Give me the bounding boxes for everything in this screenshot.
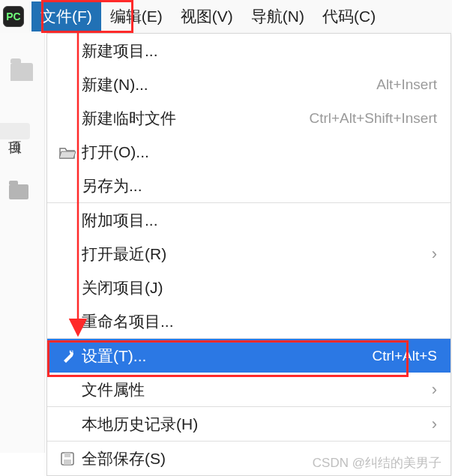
menu-save-as[interactable]: 另存为... bbox=[47, 169, 451, 202]
submenu-chevron-icon: › bbox=[424, 415, 437, 434]
shortcut-label: Ctrl+Alt+Shift+Insert bbox=[309, 110, 437, 127]
menu-open[interactable]: 打开(O)... bbox=[47, 135, 451, 169]
app-icon: PC bbox=[3, 6, 24, 27]
menubar-item-file[interactable]: 文件(F) bbox=[31, 1, 101, 31]
menu-rename-project[interactable]: 重命名项目... bbox=[47, 304, 451, 338]
menu-new-project[interactable]: 新建项目... bbox=[47, 34, 451, 67]
menu-attach-project[interactable]: 附加项目... bbox=[47, 203, 451, 237]
open-folder-icon bbox=[56, 145, 79, 159]
shortcut-label: Alt+Insert bbox=[376, 76, 437, 93]
left-gutter: 项目 bbox=[0, 33, 45, 453]
wrench-icon bbox=[56, 349, 79, 364]
menubar-item-code[interactable]: 代码(C) bbox=[313, 1, 385, 31]
menu-new[interactable]: 新建(N)... Alt+Insert bbox=[47, 67, 451, 101]
save-icon bbox=[56, 451, 79, 466]
menubar-item-navigate[interactable]: 导航(N) bbox=[242, 1, 313, 31]
menu-file-properties[interactable]: 文件属性 › bbox=[47, 373, 451, 406]
submenu-chevron-icon: › bbox=[424, 244, 437, 264]
menu-save-all[interactable]: 全部保存(S) bbox=[47, 442, 451, 475]
menubar-item-edit[interactable]: 编辑(E) bbox=[101, 1, 172, 31]
menubar-item-view[interactable]: 视图(V) bbox=[172, 1, 242, 31]
menu-settings[interactable]: 设置(T)... Ctrl+Alt+S bbox=[47, 339, 451, 373]
submenu-chevron-icon: › bbox=[424, 380, 437, 400]
file-menu-dropdown: 新建项目... 新建(N)... Alt+Insert 新建临时文件 Ctrl+… bbox=[46, 33, 451, 476]
bookmark-icon bbox=[9, 184, 28, 199]
shortcut-label: Ctrl+Alt+S bbox=[372, 348, 437, 364]
menubar: PC 文件(F) 编辑(E) 视图(V) 导航(N) 代码(C) bbox=[0, 0, 452, 33]
menu-new-scratch[interactable]: 新建临时文件 Ctrl+Alt+Shift+Insert bbox=[47, 101, 451, 135]
menu-open-recent[interactable]: 打开最近(R) › bbox=[47, 237, 451, 271]
svg-rect-2 bbox=[64, 453, 70, 457]
side-tab-label: 项目 bbox=[6, 130, 24, 132]
folder-icon bbox=[10, 63, 33, 81]
menu-close-project[interactable]: 关闭项目(J) bbox=[47, 271, 451, 304]
svg-rect-3 bbox=[64, 460, 71, 465]
side-tab-project[interactable]: 项目 bbox=[0, 123, 30, 139]
menu-local-history[interactable]: 本地历史记录(H) › bbox=[47, 407, 451, 441]
